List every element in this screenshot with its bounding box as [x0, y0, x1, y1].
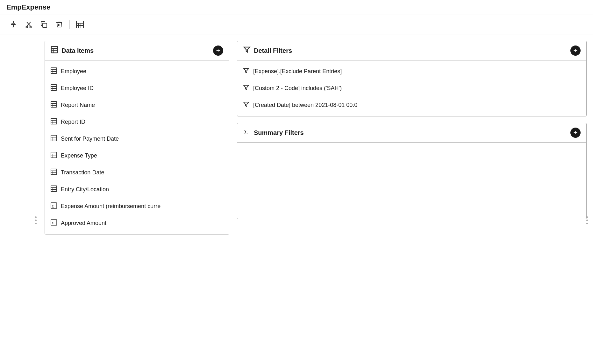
svg-rect-8: [76, 21, 83, 28]
data-item-employee-id[interactable]: Employee ID: [45, 80, 229, 97]
pin-button[interactable]: [6, 18, 20, 32]
filter-item-filter-created-date[interactable]: [Created Date] between 2021-08-01 00:0: [237, 97, 586, 114]
data-item-label-employee: Employee: [61, 68, 86, 75]
summary-filters-title: Summary Filters: [254, 129, 304, 136]
data-item-label-sent-payment-date: Sent for Payment Date: [61, 136, 119, 142]
data-item-report-name[interactable]: Report Name: [45, 97, 229, 114]
table-icon: [51, 135, 57, 143]
data-items-title: Data Items: [61, 47, 94, 54]
svg-rect-13: [51, 46, 58, 53]
data-item-entry-city-location[interactable]: Entry City/Location: [45, 181, 229, 198]
svg-rect-33: [51, 135, 57, 141]
table-icon: [51, 169, 57, 177]
detail-filters-icon: [243, 46, 251, 55]
data-item-transaction-date[interactable]: Transaction Date: [45, 164, 229, 181]
filter-icon: [243, 101, 249, 109]
filter-item-label-filter-exclude-parent: [Expense].[Exclude Parent Entries]: [253, 68, 342, 75]
svg-rect-45: [51, 186, 57, 192]
data-item-expense-amount[interactable]: Σ Expense Amount (reimbursement curre: [45, 198, 229, 215]
svg-rect-41: [51, 169, 57, 175]
delete-button[interactable]: [52, 18, 66, 32]
data-item-approved-amount[interactable]: Σ Approved Amount: [45, 215, 229, 232]
svg-point-3: [26, 26, 28, 28]
filter-icon: [243, 67, 249, 75]
data-item-label-transaction-date: Transaction Date: [61, 169, 104, 176]
filter-icon: [243, 84, 249, 92]
data-item-label-expense-type: Expense Type: [61, 152, 97, 159]
data-item-report-id[interactable]: Report ID: [45, 114, 229, 130]
data-item-label-approved-amount: Approved Amount: [61, 220, 106, 227]
right-sidebar-handle: [586, 216, 588, 224]
data-item-label-report-id: Report ID: [61, 119, 85, 125]
svg-marker-53: [244, 47, 250, 52]
svg-marker-55: [244, 85, 249, 90]
svg-rect-7: [43, 23, 47, 27]
filter-item-label-filter-custom2-code: [Custom 2 - Code] includes ('SAH'): [253, 85, 342, 92]
svg-rect-37: [51, 152, 57, 158]
sigma-icon: Σ: [51, 219, 57, 227]
sigma-icon: Σ: [51, 202, 57, 210]
detail-filters-title: Detail Filters: [254, 47, 292, 54]
svg-point-4: [30, 26, 32, 28]
toolbar-divider: [69, 20, 70, 29]
left-sidebar-handle: [35, 216, 37, 224]
add-data-item-button[interactable]: +: [213, 46, 223, 56]
table-icon: [51, 152, 57, 160]
data-item-label-report-name: Report Name: [61, 102, 95, 108]
main-content: Data Items + Employee Employee ID: [0, 34, 593, 321]
data-item-label-entry-city-location: Entry City/Location: [61, 186, 109, 193]
detail-filters-header: Detail Filters +: [237, 41, 586, 60]
data-items-box: Data Items + Employee Employee ID: [45, 41, 229, 234]
svg-text:Σ: Σ: [244, 129, 248, 136]
table-icon: [51, 118, 57, 126]
svg-rect-29: [51, 118, 57, 124]
svg-marker-54: [244, 68, 249, 73]
svg-rect-21: [51, 85, 57, 90]
data-item-sent-payment-date[interactable]: Sent for Payment Date: [45, 130, 229, 147]
svg-text:Σ: Σ: [52, 204, 54, 208]
table-icon: [51, 67, 57, 75]
app-title: EmpExpense: [0, 0, 593, 15]
svg-rect-17: [51, 68, 57, 74]
filter-item-filter-custom2-code[interactable]: [Custom 2 - Code] includes ('SAH'): [237, 80, 586, 97]
data-item-label-expense-amount: Expense Amount (reimbursement curre: [61, 203, 161, 210]
table-icon: [51, 84, 57, 92]
summary-filters-icon: Σ: [243, 128, 251, 137]
data-item-label-employee-id: Employee ID: [61, 85, 94, 92]
filter-item-label-filter-created-date: [Created Date] between 2021-08-01 00:0: [253, 102, 357, 108]
table-format-button[interactable]: [73, 18, 87, 32]
data-item-expense-type[interactable]: Expense Type: [45, 147, 229, 164]
table-icon: [51, 186, 57, 193]
summary-filters-panel: Σ Summary Filters +: [237, 123, 587, 219]
svg-text:Σ: Σ: [52, 220, 54, 225]
summary-filters-content: [237, 143, 586, 219]
detail-filters-panel: Detail Filters + [Expense].[Exclude Pare…: [237, 41, 587, 116]
svg-rect-25: [51, 102, 57, 107]
filter-item-filter-exclude-parent[interactable]: [Expense].[Exclude Parent Entries]: [237, 63, 586, 80]
data-items-list: Employee Employee ID Report Name Report …: [45, 60, 229, 234]
copy-button[interactable]: [37, 18, 51, 32]
data-items-header: Data Items +: [45, 41, 229, 60]
detail-filters-list: [Expense].[Exclude Parent Entries] [Cust…: [237, 60, 586, 116]
data-items-icon: [51, 46, 58, 55]
right-panel: Detail Filters + [Expense].[Exclude Pare…: [237, 41, 587, 314]
cut-button[interactable]: [22, 18, 36, 32]
toolbar: [0, 15, 593, 34]
data-items-panel: Data Items + Employee Employee ID: [45, 41, 229, 314]
add-summary-filter-button[interactable]: +: [570, 128, 581, 138]
table-icon: [51, 101, 57, 109]
add-detail-filter-button[interactable]: +: [570, 46, 581, 56]
svg-marker-56: [244, 102, 249, 107]
data-item-employee[interactable]: Employee: [45, 63, 229, 80]
summary-filters-header: Σ Summary Filters +: [237, 123, 586, 143]
